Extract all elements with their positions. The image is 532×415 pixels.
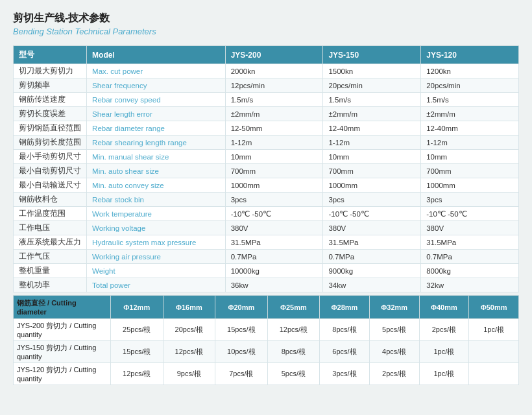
row-v120: 32kw: [421, 278, 519, 292]
row-v150: 3pcs: [323, 193, 421, 207]
row-v150: 20pcs/min: [323, 78, 421, 93]
row-v150: 10mm: [323, 150, 421, 164]
bottom-row-cell: 12pcs/根: [267, 319, 320, 341]
bottom-header-col-6: Φ40mm: [419, 296, 469, 319]
bottom-row-cell: [469, 363, 519, 385]
row-v200: 36kw: [225, 278, 323, 292]
row-v150: ±2mm/m: [323, 107, 421, 121]
row-cn: 最小自动剪切尺寸: [14, 164, 87, 178]
bottom-row-cell: 4pcs/根: [369, 341, 419, 363]
bottom-row-label: JYS-200 剪切力 / Cutting quantity: [14, 319, 111, 341]
row-v200: ±2mm/m: [225, 107, 323, 121]
bottom-header-col-7: Φ50mm: [469, 296, 519, 319]
table-row: 液压系统最大压力 Hydraulic system max pressure 3…: [14, 235, 519, 250]
table-row: 剪切钢筋直径范围 Rebar diameter range 12-50mm 12…: [14, 121, 519, 136]
bottom-header-label: 钢筋直径 / Cutting diameter: [14, 296, 111, 319]
row-v150: 380V: [323, 221, 421, 235]
bottom-table: 钢筋直径 / Cutting diameter Φ12mm Φ16mm Φ20m…: [13, 295, 519, 385]
row-v120: 1200kn: [421, 64, 519, 78]
row-v120: ±2mm/m: [421, 107, 519, 121]
bottom-row-cell: [469, 341, 519, 363]
row-v120: 12-40mm: [421, 121, 519, 136]
row-en: Rebar convey speed: [87, 93, 226, 107]
row-v200: 700mm: [225, 164, 323, 178]
bottom-header-col-4: Φ28mm: [320, 296, 370, 319]
row-v120: 700mm: [421, 164, 519, 178]
row-cn: 钢筋收料仓: [14, 193, 87, 207]
row-cn: 切刀最大剪切力: [14, 64, 87, 78]
row-v200: 1000mm: [225, 178, 323, 193]
row-en: Working air pressure: [87, 250, 226, 264]
row-en: Shear frequency: [87, 78, 226, 93]
row-v150: 700mm: [323, 164, 421, 178]
main-table: 型号 Model JYS-200 JYS-150 JYS-120 切刀最大剪切力…: [13, 45, 519, 292]
row-v150: 9000kg: [323, 264, 421, 278]
header-jys200: JYS-200: [225, 46, 323, 64]
row-v120: 10mm: [421, 150, 519, 164]
header-type-en: Model: [87, 46, 226, 64]
bottom-row-cell: 5pcs/根: [267, 363, 320, 385]
bottom-row-cell: 5pcs/根: [369, 319, 419, 341]
bottom-table-header-row: 钢筋直径 / Cutting diameter Φ12mm Φ16mm Φ20m…: [14, 296, 519, 319]
row-v200: 31.5MPa: [225, 235, 323, 250]
row-en: Total power: [87, 278, 226, 292]
row-v150: 34kw: [323, 278, 421, 292]
row-en: Working voltage: [87, 221, 226, 235]
bottom-row-cell: 12pcs/根: [111, 363, 163, 385]
table-row: 切刀最大剪切力 Max. cut power 2000kn 1500kn 120…: [14, 64, 519, 78]
table-row: 钢筋收料仓 Rebar stock bin 3pcs 3pcs 3pcs: [14, 193, 519, 207]
row-cn: 整机重量: [14, 264, 87, 278]
title-cn: 剪切生产线-技术参数: [13, 12, 519, 25]
table-row: 工作电压 Working voltage 380V 380V 380V: [14, 221, 519, 235]
row-v150: 1000mm: [323, 178, 421, 193]
row-cn: 工作温度范围: [14, 207, 87, 221]
table-row: 剪切频率 Shear frequency 12pcs/min 20pcs/min…: [14, 78, 519, 93]
bottom-table-row: JYS-120 剪切力 / Cutting quantity12pcs/根9pc…: [14, 363, 519, 385]
bottom-row-cell: 25pcs/根: [111, 319, 163, 341]
bottom-header-col-1: Φ16mm: [163, 296, 215, 319]
title-block: 剪切生产线-技术参数 Bending Station Technical Par…: [13, 12, 519, 36]
header-jys150: JYS-150: [323, 46, 421, 64]
bottom-header-col-0: Φ12mm: [111, 296, 163, 319]
row-en: Min. manual shear size: [87, 150, 226, 164]
row-v150: 31.5MPa: [323, 235, 421, 250]
bottom-row-cell: 1pc/根: [469, 319, 519, 341]
row-cn: 工作电压: [14, 221, 87, 235]
table-row: 工作气压 Working air pressure 0.7MPa 0.7MPa …: [14, 250, 519, 264]
row-v150: 0.7MPa: [323, 250, 421, 264]
row-v120: 8000kg: [421, 264, 519, 278]
page: 剪切生产线-技术参数 Bending Station Technical Par…: [0, 0, 532, 415]
bottom-row-cell: 1pc/根: [419, 341, 469, 363]
table-row: 最小自动输送尺寸 Min. auto convey size 1000mm 10…: [14, 178, 519, 193]
row-v200: 2000kn: [225, 64, 323, 78]
row-v120: 20pcs/min: [421, 78, 519, 93]
row-cn: 钢筋传送速度: [14, 93, 87, 107]
row-v150: 1.5m/s: [323, 93, 421, 107]
row-v120: 31.5MPa: [421, 235, 519, 250]
table-row: 最小自动剪切尺寸 Min. auto shear size 700mm 700m…: [14, 164, 519, 178]
row-v120: 380V: [421, 221, 519, 235]
bottom-row-cell: 8pcs/根: [320, 319, 370, 341]
bottom-row-cell: 15pcs/根: [111, 341, 163, 363]
row-v200: 10000kg: [225, 264, 323, 278]
row-v120: -10℃ -50℃: [421, 207, 519, 221]
row-v150: 1500kn: [323, 64, 421, 78]
table-row: 工作温度范围 Work temperature -10℃ -50℃ -10℃ -…: [14, 207, 519, 221]
row-v200: 1.5m/s: [225, 93, 323, 107]
bottom-row-cell: 3pcs/根: [320, 363, 370, 385]
row-en: Min. auto shear size: [87, 164, 226, 178]
row-en: Rebar diameter range: [87, 121, 226, 136]
bottom-row-cell: 7pcs/根: [215, 363, 268, 385]
row-v200: 10mm: [225, 150, 323, 164]
row-cn: 液压系统最大压力: [14, 235, 87, 250]
bottom-row-cell: 6pcs/根: [320, 341, 370, 363]
row-v150: 1-12m: [323, 136, 421, 150]
row-en: Shear length error: [87, 107, 226, 121]
row-en: Weight: [87, 264, 226, 278]
bottom-row-cell: 15pcs/根: [215, 319, 268, 341]
row-v200: 1-12m: [225, 136, 323, 150]
bottom-table-row: JYS-150 剪切力 / Cutting quantity15pcs/根12p…: [14, 341, 519, 363]
table-row: 整机重量 Weight 10000kg 9000kg 8000kg: [14, 264, 519, 278]
row-v200: 380V: [225, 221, 323, 235]
row-v120: 0.7MPa: [421, 250, 519, 264]
